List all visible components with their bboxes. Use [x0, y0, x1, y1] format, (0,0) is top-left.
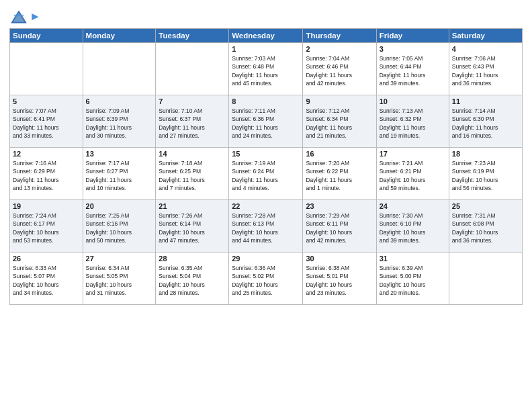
day-info: Sunrise: 7:17 AM Sunset: 6:27 PM Dayligh…: [86, 159, 153, 192]
day-info: Sunrise: 7:29 AM Sunset: 6:11 PM Dayligh…: [306, 212, 373, 244]
day-info: Sunrise: 7:21 AM Sunset: 6:21 PM Dayligh…: [380, 159, 446, 192]
logo-text: ►: [30, 10, 41, 24]
day-info: Sunrise: 7:26 AM Sunset: 6:14 PM Dayligh…: [159, 212, 226, 244]
day-info: Sunrise: 7:25 AM Sunset: 6:16 PM Dayligh…: [86, 212, 153, 244]
day-number: 8: [232, 97, 300, 105]
calendar-cell: 31Sunrise: 6:39 AM Sunset: 5:00 PM Dayli…: [376, 253, 449, 305]
day-number: 28: [159, 255, 226, 263]
weekday-header-row: SundayMondayTuesdayWednesdayThursdayFrid…: [10, 29, 523, 43]
day-number: 24: [380, 202, 446, 210]
day-number: 3: [380, 45, 446, 53]
week-row-5: 26Sunrise: 6:33 AM Sunset: 5:07 PM Dayli…: [10, 253, 523, 305]
day-info: Sunrise: 6:38 AM Sunset: 5:01 PM Dayligh…: [306, 264, 373, 297]
day-number: 12: [13, 150, 80, 158]
day-number: 21: [159, 202, 226, 210]
week-row-4: 19Sunrise: 7:24 AM Sunset: 6:17 PM Dayli…: [10, 200, 523, 253]
day-number: 6: [86, 97, 153, 105]
day-info: Sunrise: 6:33 AM Sunset: 5:07 PM Dayligh…: [13, 264, 80, 297]
calendar-cell: 13Sunrise: 7:17 AM Sunset: 6:27 PM Dayli…: [83, 148, 156, 200]
calendar-container: ► SundayMondayTuesdayWednesdayThursdayFr…: [0, 0, 532, 411]
day-number: 16: [306, 150, 373, 158]
calendar-cell: 26Sunrise: 6:33 AM Sunset: 5:07 PM Dayli…: [10, 253, 83, 305]
day-number: 22: [232, 202, 300, 210]
calendar-cell: 20Sunrise: 7:25 AM Sunset: 6:16 PM Dayli…: [83, 200, 156, 253]
day-info: Sunrise: 7:05 AM Sunset: 6:44 PM Dayligh…: [380, 54, 446, 87]
calendar-cell: 27Sunrise: 6:34 AM Sunset: 5:05 PM Dayli…: [83, 253, 156, 305]
weekday-header-saturday: Saturday: [449, 29, 522, 43]
calendar-cell: 15Sunrise: 7:19 AM Sunset: 6:24 PM Dayli…: [229, 148, 303, 200]
day-number: 30: [306, 255, 373, 263]
day-info: Sunrise: 7:12 AM Sunset: 6:34 PM Dayligh…: [306, 107, 373, 140]
day-info: Sunrise: 7:07 AM Sunset: 6:41 PM Dayligh…: [13, 107, 80, 140]
day-number: 29: [232, 255, 300, 263]
weekday-header-friday: Friday: [376, 29, 449, 43]
day-number: 17: [380, 150, 446, 158]
calendar-cell: 5Sunrise: 7:07 AM Sunset: 6:41 PM Daylig…: [10, 95, 83, 148]
calendar-cell: 21Sunrise: 7:26 AM Sunset: 6:14 PM Dayli…: [156, 200, 229, 253]
day-number: 4: [452, 45, 519, 53]
calendar-cell: 10Sunrise: 7:13 AM Sunset: 6:32 PM Dayli…: [376, 95, 449, 148]
calendar-cell: 2Sunrise: 7:04 AM Sunset: 6:46 PM Daylig…: [303, 43, 376, 95]
day-info: Sunrise: 7:06 AM Sunset: 6:43 PM Dayligh…: [452, 54, 519, 87]
calendar-cell: 8Sunrise: 7:11 AM Sunset: 6:36 PM Daylig…: [229, 95, 303, 148]
day-info: Sunrise: 7:18 AM Sunset: 6:25 PM Dayligh…: [159, 159, 226, 192]
calendar-cell: [10, 43, 83, 95]
calendar-cell: 16Sunrise: 7:20 AM Sunset: 6:22 PM Dayli…: [303, 148, 376, 200]
calendar-cell: 4Sunrise: 7:06 AM Sunset: 6:43 PM Daylig…: [449, 43, 522, 95]
weekday-header-monday: Monday: [83, 29, 156, 43]
weekday-header-tuesday: Tuesday: [156, 29, 229, 43]
day-info: Sunrise: 6:39 AM Sunset: 5:00 PM Dayligh…: [380, 264, 446, 297]
calendar-cell: 29Sunrise: 6:36 AM Sunset: 5:02 PM Dayli…: [229, 253, 303, 305]
day-number: 13: [86, 150, 153, 158]
day-info: Sunrise: 7:04 AM Sunset: 6:46 PM Dayligh…: [306, 54, 373, 87]
calendar-cell: 6Sunrise: 7:09 AM Sunset: 6:39 PM Daylig…: [83, 95, 156, 148]
day-info: Sunrise: 6:36 AM Sunset: 5:02 PM Dayligh…: [232, 264, 300, 297]
calendar-cell: 23Sunrise: 7:29 AM Sunset: 6:11 PM Dayli…: [303, 200, 376, 253]
weekday-header-thursday: Thursday: [303, 29, 376, 43]
day-info: Sunrise: 7:20 AM Sunset: 6:22 PM Dayligh…: [306, 159, 373, 192]
day-number: 31: [380, 255, 446, 263]
day-number: 15: [232, 150, 300, 158]
day-info: Sunrise: 7:16 AM Sunset: 6:29 PM Dayligh…: [13, 159, 80, 192]
week-row-1: 1Sunrise: 7:03 AM Sunset: 6:48 PM Daylig…: [10, 43, 523, 95]
logo: ►: [9, 9, 41, 24]
day-number: 23: [306, 202, 373, 210]
week-row-2: 5Sunrise: 7:07 AM Sunset: 6:41 PM Daylig…: [10, 95, 523, 148]
calendar-cell: 14Sunrise: 7:18 AM Sunset: 6:25 PM Dayli…: [156, 148, 229, 200]
day-info: Sunrise: 7:14 AM Sunset: 6:30 PM Dayligh…: [452, 107, 519, 140]
day-info: Sunrise: 7:09 AM Sunset: 6:39 PM Dayligh…: [86, 107, 153, 140]
logo-blue: ►: [30, 10, 41, 23]
calendar-cell: 18Sunrise: 7:23 AM Sunset: 6:19 PM Dayli…: [449, 148, 522, 200]
calendar-table: SundayMondayTuesdayWednesdayThursdayFrid…: [9, 28, 523, 305]
calendar-cell: 7Sunrise: 7:10 AM Sunset: 6:37 PM Daylig…: [156, 95, 229, 148]
day-info: Sunrise: 7:28 AM Sunset: 6:13 PM Dayligh…: [232, 212, 300, 244]
day-number: 20: [86, 202, 153, 210]
day-info: Sunrise: 7:13 AM Sunset: 6:32 PM Dayligh…: [380, 107, 446, 140]
calendar-cell: 22Sunrise: 7:28 AM Sunset: 6:13 PM Dayli…: [229, 200, 303, 253]
calendar-cell: 1Sunrise: 7:03 AM Sunset: 6:48 PM Daylig…: [229, 43, 303, 95]
week-row-3: 12Sunrise: 7:16 AM Sunset: 6:29 PM Dayli…: [10, 148, 523, 200]
day-number: 25: [452, 202, 519, 210]
day-number: 26: [13, 255, 80, 263]
calendar-cell: 12Sunrise: 7:16 AM Sunset: 6:29 PM Dayli…: [10, 148, 83, 200]
calendar-cell: 24Sunrise: 7:30 AM Sunset: 6:10 PM Dayli…: [376, 200, 449, 253]
header: ►: [9, 7, 523, 24]
day-number: 18: [452, 150, 519, 158]
calendar-cell: 11Sunrise: 7:14 AM Sunset: 6:30 PM Dayli…: [449, 95, 522, 148]
day-info: Sunrise: 7:23 AM Sunset: 6:19 PM Dayligh…: [452, 159, 519, 192]
calendar-cell: 3Sunrise: 7:05 AM Sunset: 6:44 PM Daylig…: [376, 43, 449, 95]
day-number: 9: [306, 97, 373, 105]
day-number: 2: [306, 45, 373, 53]
logo-icon: [9, 9, 28, 24]
calendar-cell: 30Sunrise: 6:38 AM Sunset: 5:01 PM Dayli…: [303, 253, 376, 305]
day-info: Sunrise: 6:34 AM Sunset: 5:05 PM Dayligh…: [86, 264, 153, 297]
day-info: Sunrise: 7:31 AM Sunset: 6:08 PM Dayligh…: [452, 212, 519, 244]
calendar-cell: [156, 43, 229, 95]
day-info: Sunrise: 7:19 AM Sunset: 6:24 PM Dayligh…: [232, 159, 300, 192]
day-info: Sunrise: 7:10 AM Sunset: 6:37 PM Dayligh…: [159, 107, 226, 140]
day-info: Sunrise: 6:35 AM Sunset: 5:04 PM Dayligh…: [159, 264, 226, 297]
calendar-cell: 9Sunrise: 7:12 AM Sunset: 6:34 PM Daylig…: [303, 95, 376, 148]
day-number: 27: [86, 255, 153, 263]
day-number: 1: [232, 45, 300, 53]
svg-rect-2: [14, 15, 24, 16]
